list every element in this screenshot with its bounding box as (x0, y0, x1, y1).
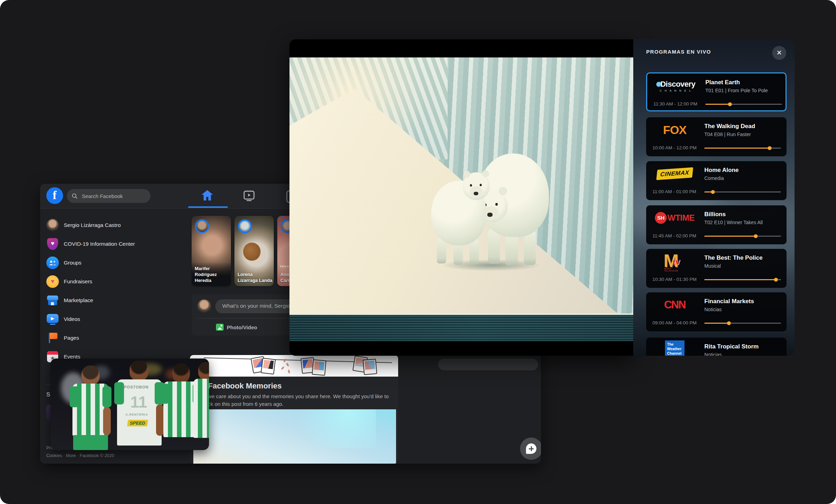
memories-illustration (190, 355, 398, 377)
video-player[interactable] (289, 39, 633, 356)
progress-bar (704, 323, 781, 324)
sidebar-item-label: COVID-19 Information Center (64, 241, 135, 247)
program-time: 11:45 AM - 02:00 PM (652, 233, 696, 238)
soccer-player (196, 362, 209, 450)
story-name: Marifer Rodriguez Heredia (195, 266, 230, 283)
sidebar-item-groups[interactable]: Groups (46, 255, 179, 271)
program-title: Billions (704, 211, 726, 218)
program-title: Planet Earth (705, 79, 740, 86)
facebook-logo-icon[interactable]: f (46, 187, 63, 204)
showtime-logo: SHWTIME (650, 205, 699, 230)
video-letterbox-top (289, 39, 633, 57)
search-input[interactable] (81, 193, 142, 199)
mtv-logo: MtvMUSIC TELEVISION (650, 249, 699, 274)
program-card-weather-channel[interactable]: The Weather Channel Rita Tropical Storm … (646, 338, 787, 356)
program-time: 11:00 AM - 01:00 PM (652, 189, 696, 194)
program-time: 10:00 AM - 12:00 PM (652, 145, 697, 150)
program-card-cnn[interactable]: CNN Financial Markets Noticias 09:00 AM … (646, 292, 787, 331)
polar-bears (431, 151, 549, 273)
soccer-photo: POSTOBON 11 A.RENTERIA SPEED (51, 359, 209, 450)
progress-bar (704, 279, 781, 280)
story-card[interactable]: Marifer Rodriguez Heredia (192, 216, 231, 286)
sidebar-item-label: Fundraisers (64, 278, 92, 285)
sidebar-item-videos[interactable]: ▶ Videos (46, 311, 179, 327)
video-frame-polar-bears (289, 57, 633, 341)
program-card-showtime[interactable]: SHWTIME Billions T02 E10 | Winner Takes … (646, 205, 787, 244)
discovery-channel-logo: DiscoveryC H A N N E L (651, 73, 700, 99)
close-icon[interactable]: ✕ (772, 46, 786, 60)
sidebar-item-covid-center[interactable]: ♥ COVID-19 Information Center (46, 236, 179, 252)
tab-home-active-underline (188, 206, 228, 208)
memories-card[interactable]: f Facebook Memories we care about you an… (190, 355, 398, 464)
composer-avatar (197, 299, 211, 313)
program-time: 09:00 AM - 04:00 PM (652, 320, 697, 325)
profile-avatar (46, 219, 59, 231)
program-title: Rita Tropical Storm (704, 343, 759, 350)
program-card-cinemax[interactable]: CINEMAX Home Alone Comedia 11:00 AM - 01… (646, 161, 787, 200)
pages-flag-icon (46, 332, 59, 344)
groups-icon (46, 257, 59, 269)
program-subtitle: Noticias (704, 307, 722, 312)
program-subtitle: Comedia (704, 175, 724, 181)
sidebar-item-profile[interactable]: Sergio Lizárraga Castro (46, 217, 179, 233)
video-letterbox-bottom (289, 341, 633, 356)
fox-logo: FOX (650, 117, 699, 142)
sidebar-item-label: Marketplace (64, 297, 93, 304)
fundraisers-heart-icon: ♥ (46, 275, 59, 288)
story-avatar (195, 219, 209, 233)
photo-video-icon (216, 324, 224, 331)
soccer-player-renteria: POSTOBON 11 A.RENTERIA SPEED (115, 361, 164, 450)
program-subtitle: T01 E01 | From Pole To Pole (705, 88, 768, 93)
progress-dot (727, 321, 731, 325)
progress-dot (754, 234, 758, 238)
sidebar-item-fundraisers[interactable]: ♥ Fundraisers (46, 274, 179, 290)
progress-bar (704, 191, 781, 192)
progress-dot (774, 278, 778, 282)
live-programs-panel: PROGRAMAS EN VIVO ✕ DiscoveryC H A N N E… (633, 39, 795, 356)
weather-channel-logo: The Weather Channel (650, 338, 699, 356)
program-title: The Best: The Police (704, 254, 763, 261)
sidebar-item-label: Videos (64, 316, 80, 322)
progress-dot (711, 190, 715, 194)
covid-shield-icon: ♥ (46, 238, 59, 250)
story-avatar (238, 219, 252, 233)
sidebar-item-marketplace[interactable]: Marketplace (46, 292, 179, 308)
tab-watch-icon[interactable] (243, 190, 255, 202)
soccer-player (70, 365, 111, 450)
sidebar-item-pages[interactable]: Pages (46, 330, 179, 346)
tab-home-icon[interactable] (201, 189, 214, 202)
program-card-mtv[interactable]: MtvMUSIC TELEVISION The Best: The Police… (646, 249, 787, 288)
story-name: Lorena Lizarraga Landa (238, 271, 272, 283)
program-time: 10:30 AM - 01:30 PM (652, 277, 697, 282)
sidebar-item-label: Pages (64, 335, 79, 341)
memories-text-line1: we care about you and the memories you s… (208, 393, 389, 399)
program-subtitle: T04 E08 | Run Faster (704, 132, 751, 137)
right-column-card[interactable] (438, 359, 538, 370)
sidebar-item-label: Groups (64, 260, 82, 266)
new-message-button[interactable] (520, 438, 541, 460)
marketplace-storefront-icon (46, 294, 59, 307)
search-bar[interactable] (67, 189, 150, 203)
progress-dot (768, 146, 772, 150)
photo-video-button[interactable]: Photo/Video (216, 322, 257, 332)
cnn-logo: CNN (650, 292, 699, 317)
memories-title: Facebook Memories (208, 381, 282, 391)
program-card-discovery[interactable]: DiscoveryC H A N N E L Planet Earth T01 … (646, 72, 787, 111)
sea-water (289, 315, 633, 341)
sidebar-item-label: Sergio Lizárraga Castro (64, 222, 121, 228)
memories-post-photo[interactable] (193, 409, 396, 464)
program-subtitle: Noticias (704, 352, 722, 356)
screen: f Sergio Lizárraga Castro ♥ COVID-19 Inf… (0, 0, 836, 504)
program-title: The Walking Dead (704, 123, 755, 130)
cinemax-logo: CINEMAX (650, 161, 699, 186)
program-subtitle: T02 E10 | Winner Takes All (704, 220, 763, 225)
story-card[interactable]: Lorena Lizarraga Landa (234, 216, 274, 286)
footer-links-line2[interactable]: Cookies · More · Facebook © 2020 (46, 453, 114, 458)
program-title: Financial Markets (704, 298, 754, 305)
program-time: 11:30 AM - 12:00 PM (653, 101, 697, 107)
program-card-fox[interactable]: FOX The Walking Dead T04 E08 | Run Faste… (646, 117, 787, 156)
panel-title: PROGRAMAS EN VIVO (646, 49, 711, 55)
photo-video-label: Photo/Video (227, 324, 257, 330)
program-title: Home Alone (704, 167, 739, 174)
memories-text-line2: ck on this post from 6 years ago. (208, 401, 284, 407)
